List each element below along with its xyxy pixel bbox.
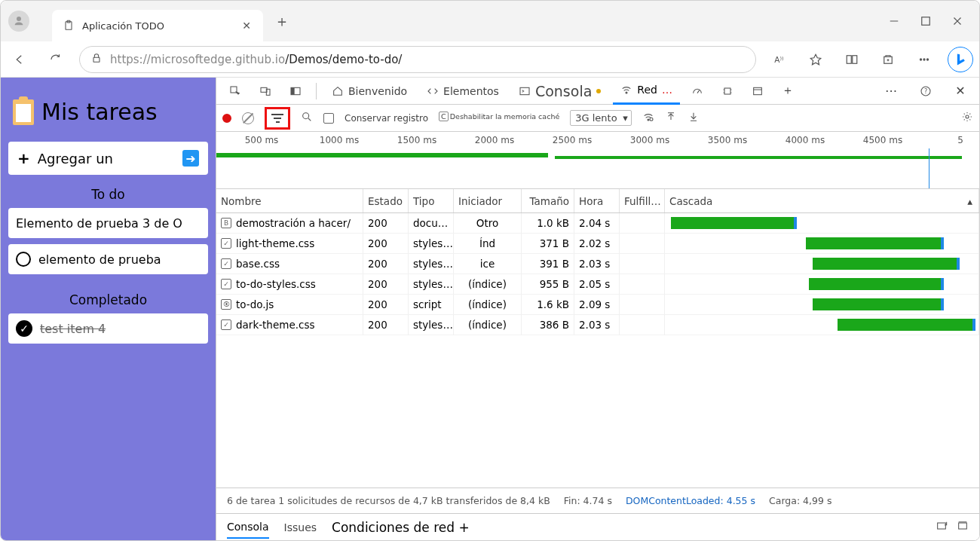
request-type: styles… — [409, 254, 454, 274]
drawer-expand-button[interactable] — [936, 520, 948, 534]
network-row[interactable]: ✓base.css200styles…ice391 B2.03 s — [216, 254, 979, 274]
more-tabs-button[interactable]: ＋ — [775, 78, 801, 104]
refresh-button[interactable] — [43, 47, 69, 72]
col-type: Tipo — [409, 189, 454, 212]
bing-chat-button[interactable] — [948, 47, 973, 72]
todo-label: Elemento de prueba 3 de O — [16, 216, 182, 231]
upload-har-button[interactable] — [665, 111, 677, 125]
network-table: Nombre Estado Tipo Iniciador Tamaño Hora… — [216, 189, 979, 488]
request-size: 391 B — [522, 254, 574, 274]
col-time: Hora — [574, 189, 620, 212]
todo-label: test item 4 — [40, 322, 106, 336]
request-name: to-do-styles.css — [236, 278, 316, 290]
request-size: 1.0 kB — [522, 213, 574, 233]
svg-rect-6 — [93, 57, 100, 62]
browser-tab[interactable]: Aplicación TODO ✕ — [52, 10, 263, 41]
performance-icon[interactable] — [684, 78, 710, 104]
devtools-help-button[interactable]: ? — [913, 78, 939, 104]
footer-finish: Fin: 4.74 s — [564, 495, 612, 506]
tab-close-button[interactable]: ✕ — [240, 20, 253, 32]
more-button[interactable] — [911, 47, 937, 72]
devtools-close-button[interactable]: ✕ — [948, 78, 973, 104]
tab-elements[interactable]: Elementos — [419, 78, 507, 105]
drawer-tab-issues[interactable]: Issues — [284, 517, 317, 538]
todo-item[interactable]: elemento de prueba — [8, 244, 208, 274]
network-settings-button[interactable] — [961, 111, 973, 125]
file-type-icon: ⦿ — [221, 299, 231, 310]
download-har-button[interactable] — [688, 111, 700, 125]
waterfall-bar — [665, 234, 979, 253]
network-row[interactable]: ✓to-do-styles.css200styles…(índice)955 B… — [216, 274, 979, 295]
filter-button[interactable] — [265, 107, 290, 130]
dock-button[interactable] — [283, 78, 308, 104]
preserve-log-checkbox[interactable] — [323, 113, 334, 124]
tab-welcome[interactable]: Bienvenido — [324, 78, 415, 105]
drawer-tab-console[interactable]: Consola — [227, 516, 269, 539]
waterfall-bar — [665, 213, 979, 233]
network-row[interactable]: ✓dark-theme.css200styles…(índice)386 B2.… — [216, 315, 979, 335]
add-task-label: Agregar un — [38, 151, 175, 167]
request-status: 200 — [363, 213, 409, 233]
tab-network[interactable]: Red… — [613, 78, 680, 105]
svg-point-36 — [648, 119, 649, 121]
add-task-input[interactable]: + Agregar un ➜ — [8, 142, 208, 175]
checked-icon[interactable]: ✓ — [16, 320, 32, 337]
col-fulfill: Fulfill… — [620, 189, 665, 212]
waterfall-bar — [665, 315, 979, 335]
svg-point-14 — [920, 58, 921, 60]
inspect-element-button[interactable] — [222, 78, 248, 104]
submit-task-button[interactable]: ➜ — [182, 150, 199, 167]
request-status: 200 — [363, 315, 409, 335]
devtools-panel: Bienvenido Elementos Consola Red… ＋ ⋯ ? … — [216, 78, 979, 540]
checkbox-icon[interactable] — [16, 252, 31, 267]
back-button[interactable] — [7, 47, 32, 72]
warning-dot-icon — [596, 89, 601, 93]
browser-toolbar: https://microsoftedge.github.io/Demos/de… — [1, 41, 979, 78]
request-status: 200 — [363, 274, 409, 294]
collections-button[interactable] — [875, 47, 901, 72]
memory-icon[interactable] — [715, 78, 740, 104]
request-name: demostración a hacer/ — [236, 217, 351, 229]
devtools-more-button[interactable]: ⋯ — [878, 78, 904, 104]
window-close[interactable] — [951, 14, 964, 28]
split-screen-button[interactable] — [839, 47, 865, 72]
address-bar[interactable]: https://microsoftedge.github.io/Demos/de… — [79, 46, 756, 73]
request-time: 2.03 s — [574, 254, 620, 274]
read-aloud-button[interactable]: A⁾⁾ — [767, 47, 792, 72]
todo-item-done[interactable]: ✓test item 4 — [8, 313, 208, 344]
footer-load: Carga: 4,99 s — [769, 495, 831, 506]
file-type-icon: ✓ — [221, 258, 231, 269]
drawer-close-button[interactable] — [957, 520, 969, 534]
profile-avatar[interactable] — [8, 11, 29, 32]
favorite-button[interactable] — [803, 47, 828, 72]
request-initiator: (índice) — [454, 274, 522, 294]
svg-rect-3 — [922, 17, 930, 26]
window-minimize[interactable] — [887, 14, 901, 28]
application-icon[interactable] — [745, 78, 770, 104]
file-type-icon: ✓ — [221, 279, 231, 289]
search-button[interactable] — [301, 111, 313, 125]
new-tab-button[interactable]: ＋ — [271, 10, 293, 32]
todo-app: Mis tareas + Agregar un ➜ To do Elemento… — [1, 78, 216, 540]
record-button[interactable] — [222, 114, 231, 123]
file-type-icon: B — [221, 218, 231, 228]
request-status: 200 — [363, 234, 409, 253]
device-toolbar-button[interactable] — [253, 78, 278, 104]
waterfall-bar — [665, 295, 979, 314]
svg-line-35 — [308, 118, 311, 121]
drawer-tab-conditions[interactable]: Condiciones de red + — [332, 520, 470, 535]
network-row[interactable]: ✓light-theme.css200styles…Índ371 B2.02 s — [216, 234, 979, 254]
throttling-select[interactable]: 3G lento — [570, 110, 631, 126]
request-type: styles… — [409, 315, 454, 335]
network-timeline[interactable]: 500 ms1000 ms1500 ms2000 ms2500 ms3000 m… — [216, 132, 979, 189]
url-text: https://microsoftedge.github.io/Demos/de… — [110, 53, 402, 66]
network-conditions-button[interactable] — [642, 111, 654, 125]
window-maximize[interactable] — [919, 14, 933, 28]
network-footer: 6 de tarea 1 solicitudes de recursos de … — [216, 488, 979, 513]
tab-console[interactable]: Consola — [511, 78, 608, 105]
clear-button[interactable] — [242, 112, 254, 124]
network-table-header[interactable]: Nombre Estado Tipo Iniciador Tamaño Hora… — [216, 189, 979, 213]
todo-item[interactable]: Elemento de prueba 3 de O — [8, 208, 208, 238]
network-row[interactable]: ⦿to-do.js200script(índice)1.6 kB2.09 s — [216, 295, 979, 315]
network-row[interactable]: Bdemostración a hacer/200docu…Otro1.0 kB… — [216, 213, 979, 234]
